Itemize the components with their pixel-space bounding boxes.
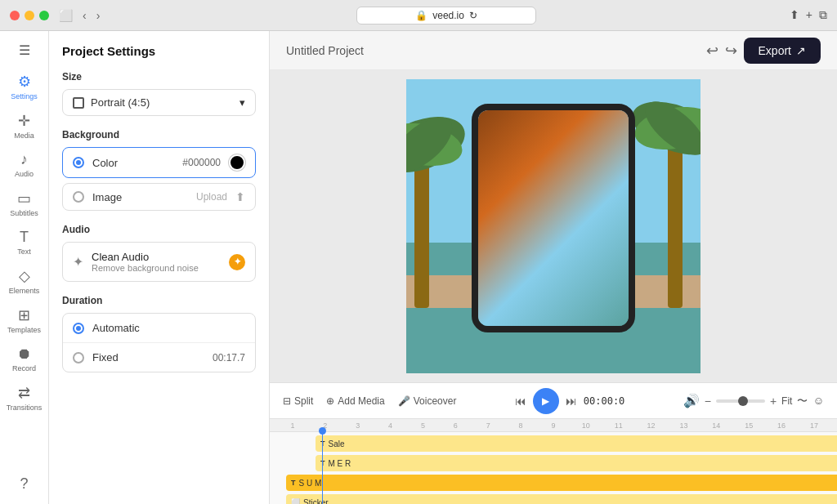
automatic-option[interactable]: Automatic bbox=[63, 314, 255, 342]
color-swatch[interactable] bbox=[229, 154, 245, 171]
duration-label: Duration bbox=[62, 295, 256, 306]
image-option[interactable]: Image Upload ⬆ bbox=[62, 183, 256, 211]
background-section: Background Color #000000 Image Upload ⬆ bbox=[62, 129, 256, 211]
settings-icon: ⚙ bbox=[18, 73, 31, 91]
hamburger-menu[interactable]: ☰ bbox=[14, 38, 35, 63]
share-icon[interactable]: ⬆ bbox=[790, 8, 799, 22]
nav-forward-arrow[interactable]: › bbox=[93, 7, 104, 24]
zoom-slider-thumb[interactable] bbox=[738, 396, 748, 406]
sidebar-item-elements[interactable]: ◇ Elements bbox=[2, 262, 47, 300]
export-icon: ↗ bbox=[796, 44, 806, 57]
clean-audio-card[interactable]: ✦ Clean Audio Remove background noise ✦ bbox=[62, 242, 256, 282]
audio-section-label: Audio bbox=[62, 224, 256, 235]
elements-icon: ◇ bbox=[19, 267, 30, 285]
titlebar-right: ⬆ + ⧉ bbox=[790, 8, 827, 22]
automatic-radio[interactable] bbox=[73, 323, 84, 334]
sidebar-item-settings[interactable]: ⚙ Settings bbox=[2, 68, 47, 105]
track-sale-label: Sale bbox=[329, 439, 345, 448]
fixed-value: 00:17.7 bbox=[213, 352, 245, 364]
track-sticker-label: Sticker bbox=[303, 498, 329, 505]
color-option[interactable]: Color #000000 bbox=[62, 147, 256, 178]
maximize-button[interactable] bbox=[39, 11, 49, 20]
audio-icon: ♪ bbox=[20, 151, 28, 168]
time-display: 00:00:0 bbox=[584, 395, 625, 407]
url-bar[interactable]: 🔒 veed.io ↻ bbox=[356, 7, 536, 25]
sidebar-item-media[interactable]: ✛ Media bbox=[2, 107, 47, 145]
zoom-controls: 🔊 − + Fit 〜 ☺ bbox=[683, 393, 824, 408]
size-label: Size bbox=[62, 71, 256, 83]
clean-audio-title: Clean Audio bbox=[92, 251, 199, 263]
close-button[interactable] bbox=[10, 11, 20, 20]
track-sticker[interactable]: ⬜ Sticker bbox=[286, 494, 837, 504]
track-sale[interactable]: T Sale bbox=[316, 435, 837, 452]
add-tab-icon[interactable]: + bbox=[806, 8, 812, 22]
nav-back-button[interactable]: ⬜ bbox=[56, 7, 76, 24]
fixed-radio[interactable] bbox=[73, 352, 84, 364]
playback-controls: ⏮ ▶ ⏭ 00:00:0 bbox=[515, 388, 625, 414]
image-radio[interactable] bbox=[73, 191, 84, 203]
sticker-track-icon: ⬜ bbox=[291, 498, 300, 504]
zoom-out-button[interactable]: − bbox=[705, 395, 711, 408]
zoom-in-button[interactable]: + bbox=[770, 395, 777, 408]
voiceover-button[interactable]: 🎤 Voiceover bbox=[398, 395, 457, 407]
track-mer[interactable]: T M E R bbox=[316, 455, 837, 471]
traffic-lights bbox=[10, 11, 49, 20]
emoji-button[interactable]: ☺ bbox=[812, 395, 824, 407]
preview-actions: ↩ ↪ Export ↗ bbox=[706, 38, 821, 64]
timeline-tracks: T Sale T M E R T S U M ⬜ Sticker bbox=[270, 432, 837, 504]
ruler-mark: 7 bbox=[472, 421, 504, 430]
size-value: Portrait (4:5) bbox=[91, 96, 150, 109]
fixed-option[interactable]: Fixed 00:17.7 bbox=[63, 342, 255, 372]
skip-forward-button[interactable]: ⏭ bbox=[566, 395, 577, 408]
ruler-mark: 1 bbox=[276, 421, 309, 430]
sidebar-item-transitions[interactable]: ⇄ Transitions bbox=[2, 379, 47, 417]
duration-options: Automatic Fixed 00:17.7 bbox=[62, 313, 256, 372]
copy-icon[interactable]: ⧉ bbox=[819, 8, 827, 22]
volume-icon[interactable]: 🔊 bbox=[683, 393, 700, 408]
color-radio[interactable] bbox=[73, 157, 84, 168]
zoom-slider[interactable] bbox=[716, 399, 765, 403]
preview-title: Untitled Project bbox=[286, 44, 364, 57]
timeline-cursor[interactable] bbox=[322, 432, 323, 504]
ruler-mark: 5 bbox=[407, 421, 440, 430]
track-sum[interactable]: T S U M bbox=[286, 475, 837, 491]
ruler-mark: 16 bbox=[765, 421, 798, 430]
sidebar-item-help[interactable]: ? bbox=[2, 471, 47, 497]
color-value: #000000 bbox=[182, 157, 221, 168]
split-button[interactable]: ⊟ Split bbox=[283, 395, 313, 407]
waveform-button[interactable]: 〜 bbox=[797, 394, 808, 408]
url-text: veed.io bbox=[432, 10, 464, 21]
refresh-icon: ↻ bbox=[469, 10, 477, 21]
nav-back-arrow[interactable]: ‹ bbox=[79, 7, 90, 24]
export-label: Export bbox=[759, 44, 791, 57]
sidebar-item-record[interactable]: ⏺ Record bbox=[2, 341, 47, 377]
canvas-container bbox=[270, 70, 837, 382]
transitions-icon: ⇄ bbox=[18, 384, 30, 402]
upload-button[interactable]: Upload bbox=[196, 191, 227, 203]
automatic-label: Automatic bbox=[92, 322, 245, 334]
sidebar-item-text[interactable]: T Text bbox=[2, 224, 47, 261]
microphone-icon: 🎤 bbox=[398, 395, 410, 407]
sidebar-label-templates: Templates bbox=[7, 326, 41, 334]
sidebar-label-audio: Audio bbox=[15, 170, 34, 178]
minimize-button[interactable] bbox=[25, 11, 34, 20]
clean-audio-subtitle: Remove background noise bbox=[92, 263, 199, 273]
fit-button[interactable]: Fit bbox=[781, 395, 792, 407]
svg-rect-7 bbox=[668, 128, 683, 308]
ruler-mark: 4 bbox=[374, 421, 407, 430]
sidebar-label-elements: Elements bbox=[9, 287, 40, 295]
skip-back-button[interactable]: ⏮ bbox=[515, 395, 526, 408]
lock-icon: 🔒 bbox=[415, 10, 427, 21]
size-dropdown[interactable]: Portrait (4:5) ▾ bbox=[62, 89, 256, 116]
export-button[interactable]: Export ↗ bbox=[744, 38, 821, 64]
redo-button[interactable]: ↪ bbox=[725, 42, 737, 60]
sidebar-item-templates[interactable]: ⊞ Templates bbox=[2, 301, 47, 339]
undo-button[interactable]: ↩ bbox=[706, 42, 718, 60]
sparkle-icon: ✦ bbox=[73, 254, 83, 270]
sidebar-item-audio[interactable]: ♪ Audio bbox=[2, 146, 47, 183]
ruler-mark: 10 bbox=[570, 421, 602, 430]
text-icon: T bbox=[20, 229, 29, 246]
sidebar-item-subtitles[interactable]: ▭ Subtitles bbox=[2, 185, 47, 222]
play-button[interactable]: ▶ bbox=[533, 388, 559, 414]
add-media-button[interactable]: ⊕ Add Media bbox=[326, 395, 384, 407]
